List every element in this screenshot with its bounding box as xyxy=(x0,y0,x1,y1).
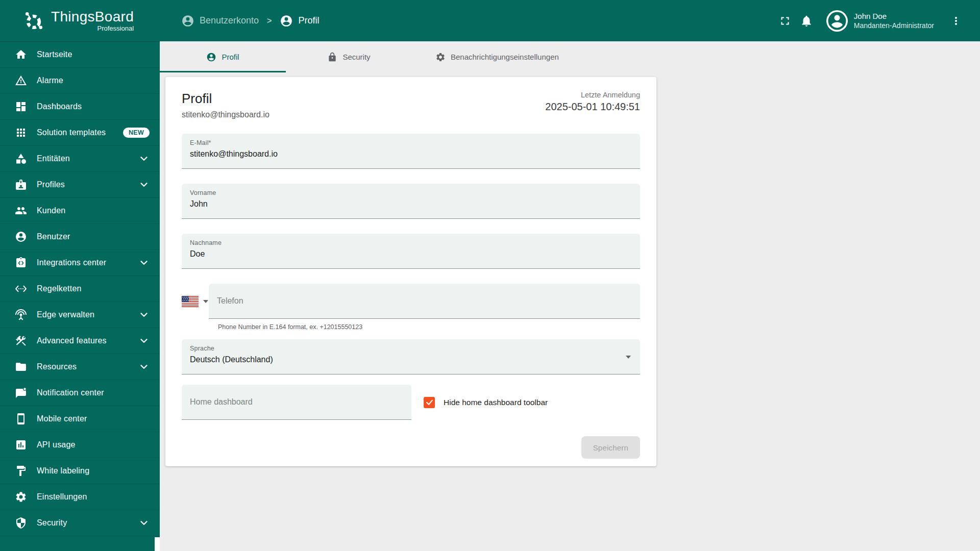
home-icon xyxy=(15,48,27,61)
tab-security[interactable]: Security xyxy=(286,41,412,72)
people-icon xyxy=(15,205,27,217)
hide-toolbar-label: Hide home dashboard toolbar xyxy=(444,398,548,407)
profile-form: E-Mail* Vorname Nachname xyxy=(182,134,640,420)
us-flag-icon xyxy=(182,296,199,307)
breadcrumb-item-benutzerkonto[interactable]: Benutzerkonto xyxy=(181,14,259,28)
language-select[interactable]: Sprache Deutsch (Deutschland) xyxy=(182,339,640,374)
sidebar-item-entitaeten[interactable]: Entitäten xyxy=(0,146,160,172)
bar-chart-box-icon xyxy=(15,439,27,451)
sidebar: Startseite Alarme Dashboards Solution te… xyxy=(0,41,160,551)
fullscreen-button[interactable] xyxy=(774,10,796,32)
person-circle-icon xyxy=(280,14,293,28)
antenna-icon xyxy=(15,309,27,321)
logo[interactable]: ThingsBoard Professional xyxy=(0,9,159,33)
sidebar-item-kunden[interactable]: Kunden xyxy=(0,198,160,224)
phone-input[interactable] xyxy=(217,296,632,306)
dashboard-icon xyxy=(15,101,27,113)
hide-toolbar-checkbox-group[interactable]: Hide home dashboard toolbar xyxy=(424,397,548,408)
last-login-label: Letzte Anmeldung xyxy=(545,91,640,99)
chevron-down-icon xyxy=(138,361,150,372)
sidebar-item-resources[interactable]: Resources xyxy=(0,354,160,380)
breadcrumb-separator: > xyxy=(267,16,272,26)
breadcrumb: Benutzerkonto > Profil xyxy=(181,14,319,28)
phone-hint: Phone Number in E.164 format, ex. +12015… xyxy=(218,323,640,331)
top-bar: ThingsBoard Professional Benutzerkonto >… xyxy=(0,0,980,41)
notifications-button[interactable] xyxy=(796,10,817,32)
last-name-input[interactable] xyxy=(190,249,632,259)
sidebar-scrollbar-thumb[interactable] xyxy=(155,537,160,551)
home-dashboard-row: Hide home dashboard toolbar xyxy=(182,385,640,420)
first-name-label: Vorname xyxy=(190,189,632,196)
first-name-input[interactable] xyxy=(190,199,632,209)
card-header: Profil stitenko@thingsboard.io Letzte An… xyxy=(182,91,640,119)
home-dashboard-field[interactable] xyxy=(182,385,411,420)
sidebar-item-advanced-features[interactable]: Advanced features xyxy=(0,328,160,354)
new-badge: NEW xyxy=(123,128,150,138)
profile-card: Profil stitenko@thingsboard.io Letzte An… xyxy=(165,77,656,466)
home-dashboard-input[interactable] xyxy=(190,397,403,407)
folder-icon xyxy=(15,361,27,373)
caret-down-icon xyxy=(203,300,208,303)
person-circle-icon xyxy=(15,231,27,243)
breadcrumb-item-profil[interactable]: Profil xyxy=(280,14,319,28)
sidebar-item-white-labeling[interactable]: White labeling xyxy=(0,458,160,484)
sidebar-item-benutzer[interactable]: Benutzer xyxy=(0,224,160,250)
warning-triangle-icon xyxy=(15,74,27,87)
country-select[interactable] xyxy=(182,296,209,307)
sidebar-item-startseite[interactable]: Startseite xyxy=(0,42,160,68)
save-button[interactable]: Speichern xyxy=(581,436,640,459)
apps-grid-icon xyxy=(15,127,27,139)
phone-row xyxy=(182,284,640,319)
more-menu-button[interactable] xyxy=(945,10,967,32)
kebab-menu-icon xyxy=(950,15,962,27)
sidebar-item-mobile-center[interactable]: Mobile center xyxy=(0,406,160,432)
shield-icon xyxy=(15,517,27,529)
sidebar-item-einstellungen[interactable]: Einstellungen xyxy=(0,484,160,510)
sidebar-item-profiles[interactable]: Profiles xyxy=(0,172,160,198)
last-name-field[interactable]: Nachname xyxy=(182,234,640,269)
integration-board-icon xyxy=(15,257,27,269)
lock-icon xyxy=(327,52,337,62)
breadcrumb-label: Profil xyxy=(298,15,319,26)
user-role: Mandanten-Administrator xyxy=(854,21,934,30)
checkbox-checked-icon[interactable] xyxy=(424,397,435,408)
category-shapes-icon xyxy=(15,153,27,165)
tab-profil[interactable]: Profil xyxy=(160,41,286,72)
bell-icon xyxy=(800,14,813,28)
phone-field[interactable] xyxy=(209,284,640,319)
breadcrumb-label: Benutzerkonto xyxy=(200,15,259,26)
chevron-down-icon xyxy=(138,517,150,529)
tab-label: Profil xyxy=(222,53,239,61)
person-circle-icon xyxy=(206,52,216,62)
fullscreen-icon xyxy=(778,14,792,28)
sidebar-item-api-usage[interactable]: API usage xyxy=(0,432,160,458)
email-field[interactable]: E-Mail* xyxy=(182,134,640,169)
sidebar-item-alarme[interactable]: Alarme xyxy=(0,68,160,94)
first-name-field[interactable]: Vorname xyxy=(182,184,640,219)
avatar[interactable] xyxy=(826,10,848,32)
tab-benachrichtigungseinstellungen[interactable]: Benachrichtigungseinstellungen xyxy=(412,41,582,72)
tab-label: Security xyxy=(342,53,370,61)
sidebar-item-notification-center[interactable]: Notification center xyxy=(0,380,160,406)
user-info[interactable]: John Doe Mandanten-Administrator xyxy=(854,11,934,31)
paint-roller-icon xyxy=(15,465,27,477)
email-input[interactable] xyxy=(190,149,632,159)
sidebar-item-integrations-center[interactable]: Integrations center xyxy=(0,250,160,276)
main-content: Profil Security Benachrichtigungseinstel… xyxy=(160,0,980,466)
last-login-value: 2025-05-01 10:49:51 xyxy=(545,101,640,113)
chevron-down-icon xyxy=(138,257,150,268)
profile-email-subtitle: stitenko@thingsboard.io xyxy=(182,110,270,119)
topbar-actions: John Doe Mandanten-Administrator xyxy=(774,10,980,32)
sidebar-item-security[interactable]: Security xyxy=(0,510,160,536)
sidebar-item-dashboards[interactable]: Dashboards xyxy=(0,94,160,120)
sidebar-item-regelketten[interactable]: Regelketten xyxy=(0,276,160,302)
card-actions: Speichern xyxy=(182,420,640,459)
gear-icon xyxy=(15,491,27,503)
smartphone-icon xyxy=(15,413,27,425)
thingsboard-logo-icon xyxy=(22,9,45,33)
logo-title: ThingsBoard xyxy=(51,9,134,24)
sidebar-item-edge-verwalten[interactable]: Edge verwalten xyxy=(0,302,160,328)
sidebar-item-solution-templates[interactable]: Solution templates NEW xyxy=(0,120,160,146)
logo-subtitle: Professional xyxy=(97,24,134,32)
chevron-down-icon xyxy=(138,335,150,346)
